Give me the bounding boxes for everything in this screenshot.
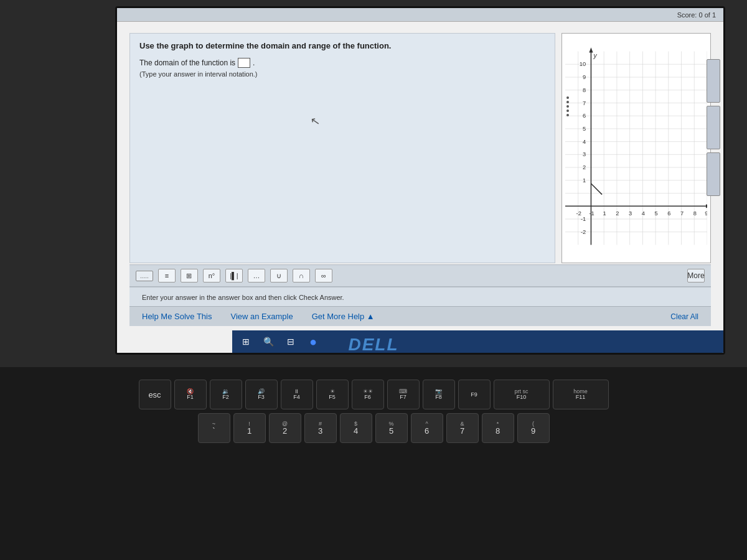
toolbar-superscript-btn[interactable]: n° <box>203 269 220 282</box>
dot-2 <box>566 101 569 103</box>
svg-text:y: y <box>593 52 598 59</box>
key-3[interactable]: # 3 <box>304 413 337 443</box>
svg-text:3: 3 <box>629 210 632 217</box>
instruction-bar: Enter your answer in the answer box and … <box>129 287 711 306</box>
toolbar-matrix-btn[interactable]: ⊞ <box>181 269 198 282</box>
toolbar-abs-btn[interactable]: |▌| <box>225 269 243 282</box>
domain-question: The domain of the function is . <box>139 58 545 68</box>
side-btn-3[interactable] <box>707 152 720 196</box>
svg-text:5: 5 <box>655 210 658 217</box>
chrome-icon[interactable]: ● <box>304 333 322 350</box>
dell-logo: DELL <box>348 335 398 355</box>
svg-line-54 <box>591 184 602 195</box>
svg-text:7: 7 <box>680 210 684 217</box>
key-1[interactable]: ! 1 <box>233 413 266 443</box>
windows-icon[interactable]: ⊞ <box>237 333 255 350</box>
score-label: Score: 0 of 1 <box>677 11 716 19</box>
dot-4 <box>566 110 569 112</box>
svg-text:2: 2 <box>583 164 586 170</box>
instruction-text: Enter your answer in the answer box and … <box>142 294 344 301</box>
search-icon[interactable]: 🔍 <box>260 333 277 350</box>
help-me-solve-btn[interactable]: Help Me Solve This <box>142 312 212 321</box>
middle-dots <box>566 96 569 116</box>
key-f7[interactable]: ⌨ F7 <box>387 380 420 409</box>
snap-icon[interactable]: ⊟ <box>282 333 299 350</box>
key-f2[interactable]: 🔉 F2 <box>210 380 242 409</box>
help-buttons-bar: Help Me Solve This View an Example Get M… <box>129 306 711 326</box>
keyboard: esc 🔇 F1 🔉 F2 🔊 F3 ⏸ F4 ☀ F5 <box>0 367 747 560</box>
screen-topbar: Score: 0 of 1 <box>117 8 723 22</box>
side-btn-2[interactable] <box>707 106 720 149</box>
keyboard-rows: esc 🔇 F1 🔉 F2 🔊 F3 ⏸ F4 ☀ F5 <box>0 367 747 453</box>
svg-text:9: 9 <box>705 210 707 217</box>
graph-area: 10 9 8 7 6 5 4 3 2 1 -1 -2 -2 -1 1 2 <box>561 33 711 263</box>
problem-section: Use the graph to determine the domain an… <box>129 33 711 263</box>
number-key-row: ~ ` ! 1 @ 2 # 3 $ 4 % 5 <box>50 413 697 443</box>
key-8[interactable]: * 8 <box>482 413 514 443</box>
toolbar-dots[interactable]: ..... <box>136 271 153 281</box>
toolbar-infinity-btn[interactable]: ∞ <box>315 269 332 282</box>
svg-text:6: 6 <box>667 210 670 217</box>
coordinate-grid: 10 9 8 7 6 5 4 3 2 1 -1 -2 -2 -1 1 2 <box>565 37 707 259</box>
dot-5 <box>566 114 569 116</box>
key-9[interactable]: ( 9 <box>517 413 550 443</box>
svg-text:x: x <box>707 199 707 206</box>
view-example-btn[interactable]: View an Example <box>230 312 293 321</box>
key-6[interactable]: ^ 6 <box>411 413 443 443</box>
svg-text:9: 9 <box>583 74 586 80</box>
svg-text:2: 2 <box>616 210 619 217</box>
svg-text:4: 4 <box>642 210 645 217</box>
svg-text:5: 5 <box>583 126 586 132</box>
key-2[interactable]: @ 2 <box>269 413 301 443</box>
key-home[interactable]: home F11 <box>553 380 609 409</box>
svg-text:6: 6 <box>583 113 586 119</box>
side-buttons <box>707 59 720 196</box>
svg-text:-2: -2 <box>576 210 581 217</box>
problem-title: Use the graph to determine the domain an… <box>139 41 545 50</box>
cursor-arrow: ↖ <box>309 114 321 129</box>
svg-text:1: 1 <box>583 177 586 184</box>
key-f6[interactable]: ☀☀ F6 <box>352 380 384 409</box>
get-more-help-btn[interactable]: Get More Help ▲ <box>312 312 375 321</box>
key-f3[interactable]: 🔊 F3 <box>245 380 278 409</box>
toolbar-more-btn[interactable]: More <box>687 269 705 282</box>
toolbar-fraction-btn[interactable]: ≡ <box>158 269 176 282</box>
key-f8[interactable]: 📷 F8 <box>423 380 455 409</box>
answer-input-box[interactable] <box>238 58 250 68</box>
toolbar-union-btn[interactable]: ∪ <box>270 269 288 282</box>
key-5[interactable]: % 5 <box>375 413 408 443</box>
svg-text:8: 8 <box>583 87 586 93</box>
screen: Score: 0 of 1 Use the graph to determine… <box>115 6 725 355</box>
key-f1[interactable]: 🔇 F1 <box>174 380 207 409</box>
dot-3 <box>566 105 569 108</box>
math-toolbar: ..... ≡ ⊞ n° |▌| … ∪ ∩ ∞ More <box>129 264 711 287</box>
clear-all-btn[interactable]: Clear All <box>670 312 698 321</box>
key-tilde[interactable]: ~ ` <box>198 413 230 443</box>
key-7[interactable]: & 7 <box>446 413 479 443</box>
taskbar: ⊞ 🔍 ⊟ ● <box>232 330 725 353</box>
svg-text:-2: -2 <box>581 229 586 235</box>
toolbar-intersect-btn[interactable]: ∩ <box>293 269 310 282</box>
key-4[interactable]: $ 4 <box>340 413 372 443</box>
svg-text:-1: -1 <box>589 210 594 217</box>
key-esc[interactable]: esc <box>139 380 171 409</box>
svg-marker-28 <box>589 47 593 52</box>
interval-note: (Type your answer in interval notation.) <box>139 70 545 78</box>
svg-text:3: 3 <box>583 151 586 157</box>
svg-text:4: 4 <box>583 139 586 145</box>
svg-text:-1: -1 <box>581 216 586 222</box>
key-f9[interactable]: F9 <box>458 380 491 409</box>
key-f5[interactable]: ☀ F5 <box>316 380 349 409</box>
dot-1 <box>566 96 569 99</box>
function-key-row: esc 🔇 F1 🔉 F2 🔊 F3 ⏸ F4 ☀ F5 <box>50 380 697 409</box>
svg-text:10: 10 <box>580 61 586 67</box>
svg-text:8: 8 <box>693 210 697 217</box>
key-f10[interactable]: prt sc F10 <box>494 380 550 409</box>
main-content: Use the graph to determine the domain an… <box>117 22 723 353</box>
toolbar-dots-btn[interactable]: … <box>248 269 265 282</box>
svg-text:7: 7 <box>583 100 586 106</box>
problem-left: Use the graph to determine the domain an… <box>129 33 555 263</box>
svg-text:1: 1 <box>603 210 606 217</box>
side-btn-1[interactable] <box>707 59 720 103</box>
key-f4[interactable]: ⏸ F4 <box>281 380 313 409</box>
